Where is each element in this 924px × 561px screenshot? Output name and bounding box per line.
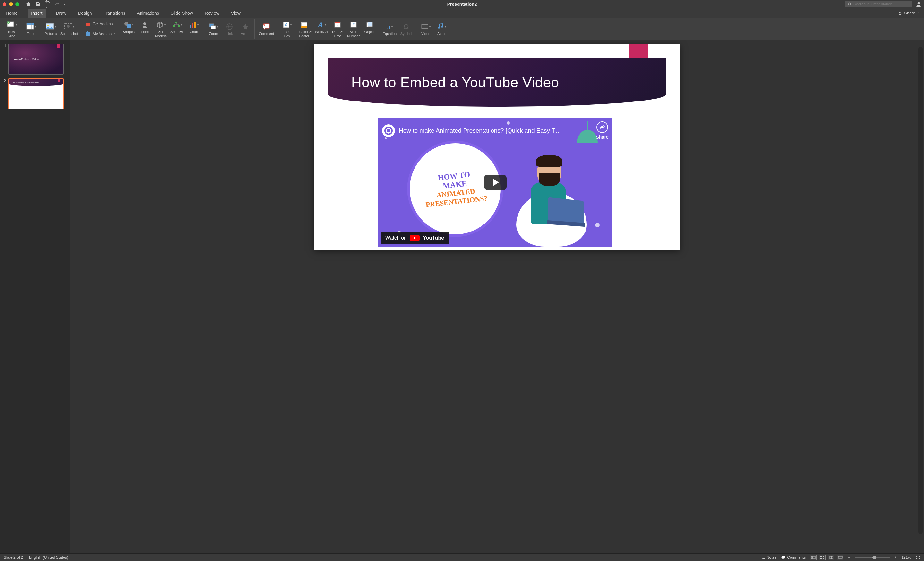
- view-mode-buttons: [810, 555, 843, 560]
- equation-icon: π▾: [387, 22, 392, 31]
- smartart-button[interactable]: ▾SmartArt: [170, 20, 184, 34]
- 3d-models-button[interactable]: ▾3D Models: [154, 20, 167, 38]
- screenshot-button[interactable]: ▾ Screenshot: [60, 22, 78, 36]
- svg-rect-20: [176, 21, 177, 23]
- undo-icon[interactable]: ▾: [45, 0, 50, 9]
- vertical-scrollbar[interactable]: [918, 47, 923, 534]
- thumbnail-2[interactable]: 2 How to Embed a YouTube Video: [3, 78, 67, 109]
- get-addins-button[interactable]: Get Add-ins: [85, 21, 113, 27]
- tab-home[interactable]: Home: [4, 9, 19, 18]
- shapes-icon: ▾: [124, 20, 134, 29]
- svg-rect-35: [301, 22, 307, 23]
- cube-icon: ▾: [156, 20, 165, 29]
- svg-text:A: A: [318, 21, 322, 28]
- tab-transitions[interactable]: Transitions: [102, 9, 127, 18]
- wordart-icon: A▾: [317, 20, 326, 29]
- slide-counter[interactable]: Slide 2 of 2: [4, 555, 23, 560]
- audio-button[interactable]: ▾Audio: [435, 22, 448, 36]
- user-icon[interactable]: [916, 1, 921, 7]
- video-title: How to make Animated Presentations? [Qui…: [399, 127, 592, 134]
- audio-icon: ▾: [437, 22, 446, 31]
- minimize-window-button[interactable]: [9, 2, 13, 6]
- video-share-button[interactable]: Share: [596, 121, 609, 140]
- share-button[interactable]: Share ⌃: [898, 11, 920, 15]
- wordart-button[interactable]: A▾WordArt: [315, 20, 328, 34]
- search-input[interactable]: [854, 2, 910, 6]
- symbol-icon: Ω: [404, 22, 409, 31]
- language-indicator[interactable]: English (United States): [29, 555, 68, 560]
- qat-customize-icon[interactable]: ▾: [64, 3, 66, 6]
- slideshow-view-button[interactable]: [837, 555, 843, 560]
- date-time-icon: 7: [334, 20, 341, 29]
- tab-slide-show[interactable]: Slide Show: [170, 9, 194, 18]
- comments-button[interactable]: 💬Comments: [781, 555, 806, 560]
- video-icon: ▾: [421, 22, 430, 31]
- svg-rect-52: [820, 558, 822, 559]
- ribbon-tabs: Home Insert Draw Design Transitions Anim…: [0, 8, 924, 18]
- new-slide-button[interactable]: +▾ New Slide: [5, 20, 18, 38]
- svg-text:#: #: [352, 23, 355, 27]
- tab-insert[interactable]: Insert: [28, 9, 45, 18]
- text-box-button[interactable]: A▾Text Box: [281, 20, 294, 38]
- reading-view-button[interactable]: [828, 555, 834, 560]
- symbol-button[interactable]: ΩSymbol: [400, 22, 412, 36]
- zoom-slider[interactable]: [855, 557, 890, 558]
- slide[interactable]: How to Embed a YouTube Video How to make…: [314, 44, 680, 250]
- chart-button[interactable]: ▾Chart: [188, 20, 200, 34]
- maximize-window-button[interactable]: [15, 2, 19, 6]
- titlebar: ▾ ▾ Presentation2: [0, 0, 924, 8]
- slide-sorter-view-button[interactable]: [819, 555, 825, 560]
- header-footer-button[interactable]: Header & Footer: [297, 20, 312, 38]
- slide-title-shape[interactable]: How to Embed a YouTube Video: [328, 59, 666, 107]
- zoom-icon: ▾: [208, 22, 218, 31]
- share-label: Share: [904, 11, 915, 15]
- date-time-button[interactable]: 7Date & Time: [331, 20, 344, 38]
- search-box[interactable]: [845, 1, 912, 8]
- close-window-button[interactable]: [3, 2, 6, 6]
- statusbar: Slide 2 of 2 English (United States) ≣No…: [0, 553, 924, 561]
- video-button[interactable]: ▾Video: [419, 22, 432, 36]
- thumbnail-1[interactable]: 1 How to Embed a Video: [3, 44, 67, 75]
- my-addins-button[interactable]: My Add-ins▾: [85, 31, 116, 37]
- video-play-button[interactable]: [484, 175, 507, 190]
- share-icon: [898, 11, 903, 15]
- svg-rect-18: [127, 24, 131, 28]
- watch-on-youtube-button[interactable]: Watch on YouTube: [381, 232, 448, 244]
- header-footer-icon: [301, 20, 308, 29]
- zoom-level[interactable]: 121%: [901, 555, 911, 560]
- embedded-video[interactable]: How to make Animated Presentations? [Qui…: [378, 118, 612, 247]
- home-icon[interactable]: [26, 2, 31, 7]
- svg-rect-48: [812, 556, 812, 559]
- notes-button[interactable]: ≣Notes: [762, 555, 776, 560]
- svg-point-0: [848, 3, 851, 6]
- action-button[interactable]: Action: [239, 22, 252, 36]
- zoom-button[interactable]: ▾Zoom: [207, 22, 220, 36]
- zoom-out-button[interactable]: −: [848, 555, 850, 560]
- thumbnail-number: 1: [3, 44, 6, 75]
- link-button[interactable]: Link: [223, 22, 236, 36]
- redo-icon[interactable]: [54, 2, 60, 7]
- tab-draw[interactable]: Draw: [54, 9, 68, 18]
- save-icon[interactable]: [35, 2, 40, 7]
- equation-button[interactable]: π▾Equation: [383, 22, 396, 36]
- svg-rect-25: [194, 22, 196, 28]
- comment-button[interactable]: +Comment: [259, 22, 274, 36]
- tab-review[interactable]: Review: [203, 9, 221, 18]
- channel-avatar[interactable]: [382, 124, 395, 137]
- shapes-button[interactable]: ▾Shapes: [122, 20, 135, 34]
- link-icon: [225, 22, 233, 31]
- slide-canvas-area[interactable]: How to Embed a YouTube Video How to make…: [70, 41, 924, 553]
- slide-number-button[interactable]: #Slide Number: [347, 20, 360, 38]
- zoom-in-button[interactable]: +: [894, 555, 897, 560]
- tab-view[interactable]: View: [230, 9, 242, 18]
- svg-rect-24: [192, 23, 194, 28]
- tab-animations[interactable]: Animations: [136, 9, 160, 18]
- search-icon: [848, 2, 852, 6]
- object-button[interactable]: Object: [363, 20, 376, 34]
- table-button[interactable]: ▾ Table: [25, 22, 38, 36]
- pictures-button[interactable]: ▾ Pictures: [44, 22, 57, 36]
- icons-button[interactable]: Icons: [138, 20, 151, 34]
- fit-to-window-button[interactable]: [916, 555, 920, 559]
- normal-view-button[interactable]: [810, 555, 816, 560]
- tab-design[interactable]: Design: [76, 9, 93, 18]
